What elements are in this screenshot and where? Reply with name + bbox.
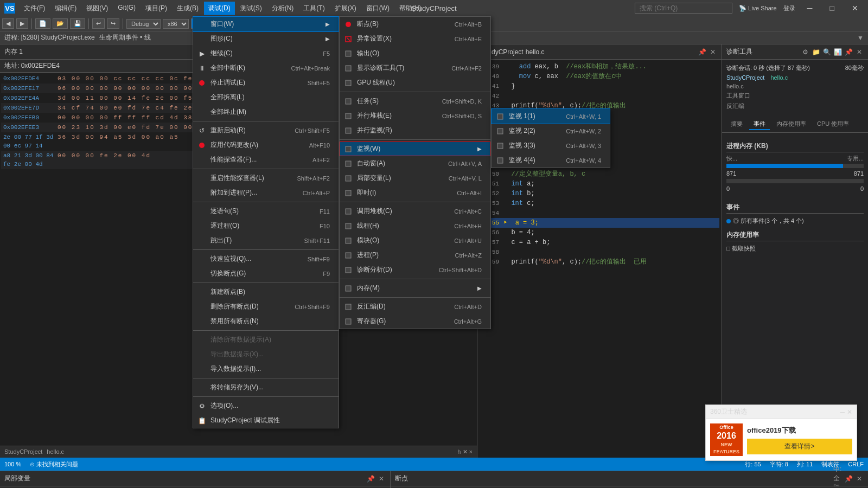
bp-w-icon: [344, 21, 353, 28]
diag-w-icon: [344, 65, 353, 72]
mi-immediate[interactable]: 即时(I) Ctrl+Alt+I: [340, 185, 490, 200]
mi-graphic[interactable]: 图形(C) ▶: [193, 31, 339, 46]
mi-attach[interactable]: 附加到进程(P)... Ctrl+Alt+P: [193, 185, 339, 200]
mi-newbp[interactable]: 新建断点(B): [193, 285, 339, 299]
prop-icon: 📋: [197, 417, 206, 425]
watch3-icon: [496, 143, 505, 149]
exception-icon: [344, 36, 353, 42]
mi-watch3[interactable]: 监视 3(3) Ctrl+Alt+W, 3: [492, 138, 610, 153]
ad-close-icon[interactable]: ✕: [847, 408, 852, 416]
sep-1: [193, 121, 339, 121]
stop-icon: [197, 80, 206, 86]
svg-rect-20: [346, 253, 351, 258]
mi-togglebp[interactable]: 切换断点(G) F9: [193, 266, 339, 281]
mi-exportdata[interactable]: 导出数据提示(X)...: [193, 347, 339, 362]
svg-rect-23: [346, 304, 351, 310]
svg-rect-25: [497, 114, 503, 119]
mi-threads[interactable]: 线程(H) Ctrl+Alt+H: [340, 219, 490, 233]
sep-5: [193, 282, 339, 283]
mi-modules[interactable]: 模块(O) Ctrl+Alt+U: [340, 233, 490, 248]
sep-7: [193, 378, 339, 378]
mi-tasks[interactable]: 任务(S) Ctrl+Shift+D, K: [340, 94, 490, 108]
svg-rect-14: [346, 161, 351, 166]
sep-w5: [340, 297, 490, 298]
mi-watch[interactable]: 监视(W) ▶: [340, 142, 490, 156]
mi-disableallbp[interactable]: 禁用所有断点(N): [193, 314, 339, 329]
svg-rect-22: [346, 286, 351, 291]
mi-options[interactable]: ⚙ 选项(O)...: [193, 399, 339, 413]
svg-rect-7: [346, 51, 351, 56]
mi-restart[interactable]: ↺ 重新启动(R) Ctrl+Shift+F5: [193, 123, 339, 138]
ad-controls: ─ ✕: [840, 408, 852, 416]
svg-rect-28: [497, 158, 503, 163]
ad-info: office2019下载 查看详情>: [747, 426, 852, 454]
mi-watch2[interactable]: 监视 2(2) Ctrl+Alt+W, 2: [492, 124, 610, 138]
mi-profiler[interactable]: 性能探查器(F)... Alt+F2: [193, 152, 339, 167]
mi-proj-props[interactable]: 📋 StudyCProject 调试属性: [193, 413, 339, 428]
mi-disasm[interactable]: 反汇编(D) Ctrl+Alt+D: [340, 299, 490, 314]
svg-rect-9: [346, 80, 351, 86]
mi-output[interactable]: 输出(O): [340, 46, 490, 61]
ad-content: Office 2016 NEW FEATURES office2019下载 查看…: [706, 419, 857, 460]
svg-rect-12: [346, 128, 351, 133]
mi-stepinto[interactable]: 逐语句(S) F11: [193, 204, 339, 219]
mi-watch1[interactable]: 监视 1(1) Ctrl+Alt+W, 1: [492, 109, 610, 124]
svg-rect-11: [346, 113, 351, 119]
mi-breakpoints-w[interactable]: 断点(B) Ctrl+Alt+B: [340, 17, 490, 31]
svg-point-4: [346, 22, 351, 27]
mi-autownd[interactable]: 自动窗(A) Ctrl+Alt+V, A: [340, 156, 490, 171]
mi-cleardata[interactable]: 清除所有数据提示(A): [193, 332, 339, 347]
mi-breakall[interactable]: ⏸ 全部中断(K) Ctrl+Alt+Break: [193, 61, 339, 75]
svg-line-6: [347, 37, 350, 41]
watch4-icon: [496, 157, 505, 164]
mi-watch4[interactable]: 监视 4(4) Ctrl+Alt+W, 4: [492, 153, 610, 168]
mi-stepout[interactable]: 跳出(T) Shift+F11: [193, 233, 339, 248]
ad-header-text: 360卫士精选: [710, 407, 747, 416]
sep-w3: [340, 202, 490, 202]
mi-locals-w[interactable]: 局部变量(L) Ctrl+Alt+V, L: [340, 171, 490, 185]
mi-gputhreads[interactable]: GPU 线程(U): [340, 75, 490, 90]
mi-savedump[interactable]: 将转储另存为(V)...: [193, 380, 339, 395]
debug-dropdown: 窗口(W) ▶ 图形(C) ▶ ▶ 继续(C) F5 ⏸ 全部中断(K) Ctr…: [193, 16, 339, 428]
svg-rect-26: [497, 129, 503, 134]
window-submenu: 断点(B) Ctrl+Alt+B 异常设置(X) Ctrl+Alt+E 输出(O…: [339, 16, 491, 329]
mi-exception[interactable]: 异常设置(X) Ctrl+Alt+E: [340, 31, 490, 46]
mi-parallelstack[interactable]: 并行堆栈(E) Ctrl+Shift+D, S: [340, 108, 490, 123]
mi-parallelwatch[interactable]: 并行监视(R): [340, 123, 490, 138]
mi-applycode[interactable]: 应用代码更改(A) Alt+F10: [193, 138, 339, 152]
mi-registers[interactable]: 寄存器(G) Ctrl+Alt+G: [340, 314, 490, 329]
ad-minimize-icon[interactable]: ─: [840, 408, 845, 416]
mi-memory[interactable]: 内存(M) ▶: [340, 281, 490, 296]
ad-popup: 360卫士精选 ─ ✕ Office 2016 NEW FEATURES off…: [705, 404, 857, 461]
output-icon: [344, 50, 353, 57]
sep-6: [193, 330, 339, 331]
ad-year: 2016: [710, 431, 743, 441]
sep-3: [193, 202, 339, 202]
mi-showdiag[interactable]: 显示诊断工具(T) Ctrl+Alt+F2: [340, 61, 490, 75]
mi-deleteallbp[interactable]: 删除所有断点(D) Ctrl+Shift+F9: [193, 299, 339, 314]
svg-rect-27: [497, 143, 503, 149]
ad-header: 360卫士精选 ─ ✕: [706, 405, 857, 419]
ad-title: office2019下载: [747, 426, 852, 435]
sep-8: [193, 396, 339, 397]
mi-restartperf[interactable]: 重启性能探查器(L) Shift+Alt+F2: [193, 171, 339, 185]
svg-rect-18: [346, 223, 351, 229]
mi-continue[interactable]: ▶ 继续(C) F5: [193, 46, 339, 61]
continue-icon: ▶: [197, 50, 206, 57]
mi-quickwatch[interactable]: 快速监视(Q)... Shift+F9: [193, 252, 339, 266]
mi-terminateall[interactable]: 全部终止(M): [193, 105, 339, 119]
mi-processes[interactable]: 进程(P) Ctrl+Alt+Z: [340, 248, 490, 262]
mi-importdata[interactable]: 导入数据提示(I)...: [193, 362, 339, 376]
watch2-icon: [496, 128, 505, 134]
mi-callstack[interactable]: 调用堆栈(C) Ctrl+Alt+C: [340, 204, 490, 219]
mi-detachall[interactable]: 全部拆离(L): [193, 90, 339, 105]
watch-icon: [344, 146, 353, 152]
ad-view-btn[interactable]: 查看详情>: [747, 439, 852, 454]
pause-icon: ⏸: [197, 65, 206, 72]
mi-stopdebug[interactable]: 停止调试(E) Shift+F5: [193, 75, 339, 90]
sep-w4: [340, 279, 490, 279]
mi-diaganalysis[interactable]: 诊断分析(D) Ctrl+Shift+Alt+D: [340, 262, 490, 277]
mi-window[interactable]: 窗口(W) ▶: [193, 17, 339, 31]
mi-stepover[interactable]: 逐过程(O) F10: [193, 219, 339, 233]
svg-rect-10: [346, 99, 351, 104]
